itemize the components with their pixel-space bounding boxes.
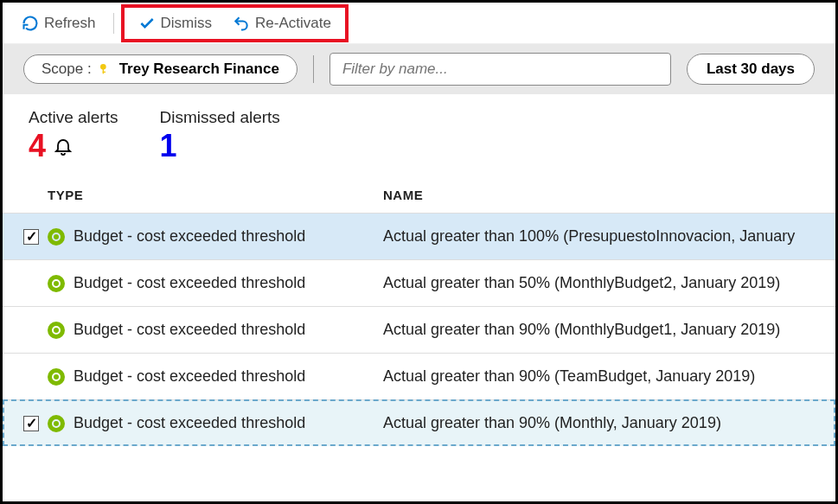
table-row[interactable]: Budget - cost exceeded thresholdActual g… xyxy=(3,399,835,446)
scope-label: Scope : xyxy=(42,61,92,78)
table-row[interactable]: Budget - cost exceeded thresholdActual g… xyxy=(3,259,835,306)
filter-name-input[interactable] xyxy=(329,53,671,86)
active-alerts-label: Active alerts xyxy=(29,108,118,127)
budget-icon xyxy=(48,228,65,246)
table-row[interactable]: Budget - cost exceeded thresholdActual g… xyxy=(3,353,835,399)
type-header[interactable]: TYPE xyxy=(48,188,383,202)
toolbar: Refresh Dismiss Re-Activate xyxy=(3,3,835,44)
active-alerts-block: Active alerts 4 xyxy=(29,108,118,162)
name-header[interactable]: NAME xyxy=(383,188,809,202)
type-text: Budget - cost exceeded threshold xyxy=(74,367,305,386)
checkbox[interactable] xyxy=(23,229,39,245)
refresh-button[interactable]: Refresh xyxy=(11,10,106,37)
reactivate-button[interactable]: Re-Activate xyxy=(222,10,342,37)
table-row[interactable]: Budget - cost exceeded thresholdActual g… xyxy=(3,306,835,353)
refresh-label: Refresh xyxy=(44,15,96,32)
name-cell: Actual greater than 90% (Monthly, Januar… xyxy=(383,414,823,432)
type-text: Budget - cost exceeded threshold xyxy=(74,227,305,246)
row-checkbox-cell[interactable] xyxy=(15,229,48,245)
name-cell: Actual greater than 90% (MonthlyBudget1,… xyxy=(383,321,823,339)
budget-icon xyxy=(48,275,65,292)
date-range-pill[interactable]: Last 30 days xyxy=(687,54,815,85)
dismiss-reactivate-highlight: Dismiss Re-Activate xyxy=(121,4,349,42)
svg-rect-1 xyxy=(102,68,103,73)
dismissed-alerts-label: Dismissed alerts xyxy=(159,108,279,127)
table-header: TYPE NAME xyxy=(3,170,835,213)
table-row[interactable]: Budget - cost exceeded thresholdActual g… xyxy=(3,213,835,259)
type-text: Budget - cost exceeded threshold xyxy=(74,321,305,339)
dismissed-alerts-block: Dismissed alerts 1 xyxy=(159,108,279,162)
key-icon xyxy=(99,62,112,76)
type-text: Budget - cost exceeded threshold xyxy=(74,414,305,432)
type-cell: Budget - cost exceeded threshold xyxy=(48,274,383,292)
name-cell: Actual greater than 90% (TeamBudget, Jan… xyxy=(383,367,823,386)
scope-pill[interactable]: Scope : Trey Research Finance xyxy=(23,54,297,84)
name-cell: Actual greater than 50% (MonthlyBudget2,… xyxy=(383,274,823,292)
scope-value: Trey Research Finance xyxy=(119,61,279,78)
checkmark-icon xyxy=(138,15,156,32)
bell-icon xyxy=(53,136,74,156)
budget-icon xyxy=(48,415,65,432)
dismissed-alerts-count: 1 xyxy=(159,131,279,162)
undo-icon xyxy=(233,15,250,32)
dismiss-label: Dismiss xyxy=(161,15,213,32)
name-cell: Actual greater than 100% (PresupuestoInn… xyxy=(383,227,823,246)
filter-separator xyxy=(313,55,314,83)
dismiss-button[interactable]: Dismiss xyxy=(128,10,223,37)
type-cell: Budget - cost exceeded threshold xyxy=(48,367,383,386)
svg-rect-2 xyxy=(102,72,105,73)
type-cell: Budget - cost exceeded threshold xyxy=(48,414,383,432)
budget-icon xyxy=(48,322,65,339)
stats-row: Active alerts 4 Dismissed alerts 1 xyxy=(3,94,835,170)
type-cell: Budget - cost exceeded threshold xyxy=(48,321,383,339)
budget-icon xyxy=(48,368,65,386)
toolbar-separator xyxy=(113,13,114,34)
filter-bar: Scope : Trey Research Finance Last 30 da… xyxy=(3,44,835,94)
active-alerts-count: 4 xyxy=(29,131,46,162)
type-cell: Budget - cost exceeded threshold xyxy=(48,227,383,246)
checkbox[interactable] xyxy=(23,416,39,431)
row-checkbox-cell[interactable] xyxy=(15,416,48,431)
refresh-icon xyxy=(22,15,39,32)
alerts-table-body: Budget - cost exceeded thresholdActual g… xyxy=(3,213,835,446)
type-text: Budget - cost exceeded threshold xyxy=(74,274,305,292)
reactivate-label: Re-Activate xyxy=(255,15,331,32)
